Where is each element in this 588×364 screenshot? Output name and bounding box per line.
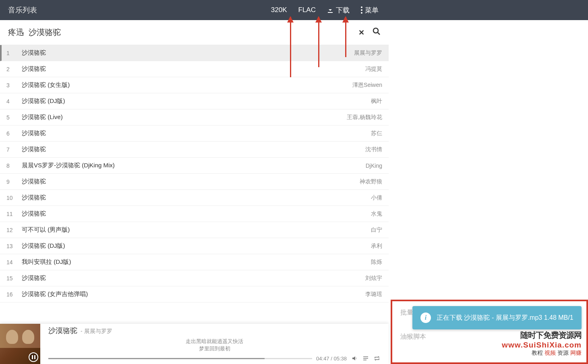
info-icon: i (420, 313, 431, 323)
song-row[interactable]: 15沙漠骆驼刘炫宇 (0, 270, 389, 286)
song-index: 5 (6, 114, 19, 121)
quality-320k-button[interactable]: 320K (271, 6, 287, 14)
song-title: 沙漠骆驼 (19, 130, 371, 137)
song-index: 8 (6, 162, 19, 169)
annotation-arrow-3 (345, 17, 346, 57)
total-time: 05:38 (333, 356, 347, 362)
song-row[interactable]: 3沙漠骆驼 (女生版)澤恩Seiwen (0, 77, 389, 93)
song-row[interactable]: 7沙漠骆驼沈书情 (0, 142, 389, 158)
song-row[interactable]: 11沙漠骆驼水鬼 (0, 206, 389, 222)
lyric-line-2: 梦里回到最初 (48, 345, 381, 352)
quality-flac-button[interactable]: FLAC (298, 6, 316, 14)
menu-label: 菜单 (365, 6, 379, 15)
header-actions: 320K FLAC 下载 菜单 (271, 6, 379, 15)
search-input[interactable] (8, 28, 358, 37)
song-artist: 小倩 (371, 194, 382, 202)
annotation-arrow-1 (290, 17, 291, 77)
header-bar: 音乐列表 320K FLAC 下载 菜单 (0, 0, 588, 20)
search-bar: ✕ (0, 20, 389, 45)
song-row[interactable]: 9沙漠骆驼神农野狼 (0, 174, 389, 190)
song-row[interactable]: 10沙漠骆驼小倩 (0, 190, 389, 206)
watermark-line3: 教程 视频 资源 网赚 (502, 350, 582, 357)
song-row[interactable]: 12可不可以 (男声版)白宁 (0, 222, 389, 238)
song-title: 我叫安琪拉 (DJ版) (19, 258, 371, 266)
download-label: 下载 (336, 6, 350, 15)
song-title: 沙漠骆驼 (DJ版) (19, 242, 371, 250)
song-row[interactable]: 13沙漠骆驼 (DJ版)承利 (0, 238, 389, 254)
song-index: 13 (6, 243, 19, 249)
song-artist: 刘炫宇 (365, 275, 382, 282)
menu-dots-icon (361, 6, 362, 14)
watermark-line2: www.SuiShiXia.com (502, 341, 582, 350)
song-artist: 枫叶 (371, 98, 382, 105)
song-index: 6 (6, 130, 19, 137)
song-title: 沙漠骆驼 (19, 146, 365, 153)
search-icons: ✕ (358, 27, 381, 37)
song-title: 沙漠骆驼 (女声吉他弹唱) (19, 290, 365, 298)
player-song-artist: - 展展与罗罗 (81, 328, 112, 335)
song-title: 沙漠骆驼 (女生版) (19, 81, 352, 89)
player-controls: 04:47 / 05:38 (48, 355, 381, 362)
song-artist: 陈烁 (371, 259, 382, 266)
song-index: 4 (6, 98, 19, 105)
album-art[interactable] (0, 324, 40, 364)
song-row[interactable]: 14我叫安琪拉 (DJ版)陈烁 (0, 254, 389, 270)
loop-icon[interactable] (373, 355, 381, 362)
progress-fill (48, 358, 265, 359)
song-row[interactable]: 4沙漠骆驼 (DJ版)枫叶 (0, 93, 389, 109)
song-artist: DjKing (366, 162, 382, 169)
song-artist: 神农野狼 (360, 178, 382, 185)
song-index: 9 (6, 179, 19, 185)
svg-point-0 (373, 28, 378, 33)
menu-button[interactable]: 菜单 (361, 6, 379, 15)
pause-button[interactable] (29, 352, 38, 362)
song-row[interactable]: 8晨晨VS罗罗-沙漠骆驼 (DjKing Mix)DjKing (0, 158, 389, 174)
progress-bar[interactable] (48, 358, 312, 359)
song-row[interactable]: 16沙漠骆驼 (女声吉他弹唱)李璐瑶 (0, 286, 389, 302)
song-index: 10 (6, 195, 19, 201)
song-artist: 白宁 (371, 226, 382, 234)
song-title: 沙漠骆驼 (19, 274, 365, 282)
search-icon[interactable] (373, 27, 381, 37)
download-button[interactable]: 下载 (327, 6, 350, 15)
song-row[interactable]: 5沙漠骆驼 (Live)王蓉,杨魏玲花 (0, 109, 389, 125)
song-artist: 水鬼 (371, 210, 382, 218)
player-song-title: 沙漠骆驼 (48, 326, 77, 335)
page-title: 音乐列表 (8, 5, 37, 15)
song-index: 2 (6, 66, 19, 72)
current-time: 04:47 (316, 356, 329, 362)
song-artist: 王蓉,杨魏玲花 (347, 114, 382, 121)
song-title: 可不可以 (男声版) (19, 226, 371, 234)
song-artist: 李璐瑶 (365, 291, 382, 298)
watermark: 随时下免费资源网 www.SuiShiXia.com 教程 视频 资源 网赚 (502, 330, 582, 357)
song-row[interactable]: 6沙漠骆驼苏仨 (0, 125, 389, 142)
song-artist: 展展与罗罗 (354, 49, 382, 57)
song-artist: 冯提莫 (365, 66, 382, 73)
time-display: 04:47 / 05:38 (316, 356, 347, 362)
song-index: 15 (6, 275, 19, 282)
song-row[interactable]: 2沙漠骆驼冯提莫 (0, 61, 389, 77)
song-title: 沙漠骆驼 (DJ版) (19, 97, 371, 105)
song-index: 1 (6, 50, 19, 56)
watermark-line1: 随时下免费资源网 (502, 330, 582, 341)
annotation-arrow-2 (318, 17, 319, 67)
song-artist: 澤恩Seiwen (352, 82, 382, 89)
song-title: 沙漠骆驼 (Live) (19, 113, 347, 121)
volume-icon[interactable] (351, 355, 358, 362)
playlist-icon[interactable] (362, 355, 369, 362)
clear-icon[interactable]: ✕ (358, 28, 364, 37)
song-index: 7 (6, 146, 19, 153)
song-index: 11 (6, 211, 19, 217)
song-list: 1沙漠骆驼展展与罗罗2沙漠骆驼冯提莫3沙漠骆驼 (女生版)澤恩Seiwen4沙漠… (0, 45, 389, 302)
song-title: 沙漠骆驼 (19, 178, 360, 185)
song-artist: 苏仨 (371, 130, 382, 137)
song-title: 晨晨VS罗罗-沙漠骆驼 (DjKing Mix) (19, 162, 366, 169)
song-index: 14 (6, 259, 19, 265)
toast-text: 正在下载 沙漠骆驼 - 展展与罗罗.mp3 1.48 MB/1 (437, 313, 574, 323)
script-name-text: 油猴脚本 (400, 333, 426, 341)
song-artist: 沈书情 (365, 146, 382, 153)
player-bar: 沙漠骆驼 - 展展与罗罗 走出黑暗就能逍遥又快活 梦里回到最初 04:47 / … (0, 324, 389, 364)
player-title-row: 沙漠骆驼 - 展展与罗罗 (48, 326, 381, 335)
song-row[interactable]: 1沙漠骆驼展展与罗罗 (0, 45, 389, 61)
song-title: 沙漠骆驼 (19, 194, 371, 202)
